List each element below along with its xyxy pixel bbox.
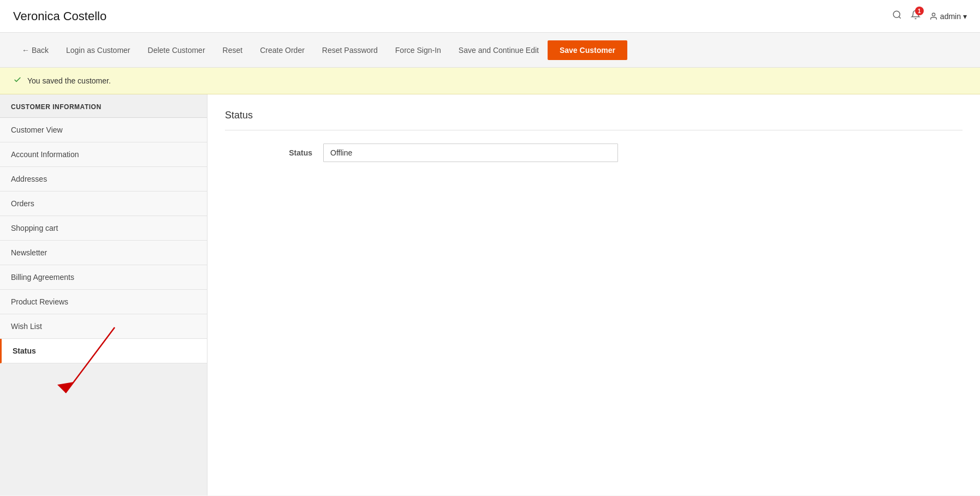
- svg-point-2: [932, 13, 935, 16]
- main-content: CUSTOMER INFORMATION Customer View Accou…: [0, 94, 980, 495]
- content-section-title: Status: [225, 110, 963, 130]
- toolbar: ← Back Login as Customer Delete Customer…: [0, 33, 980, 68]
- sidebar-item-label: Addresses: [11, 175, 47, 183]
- notifications-icon[interactable]: 1: [911, 10, 920, 22]
- admin-label: admin: [940, 12, 961, 21]
- status-value: Offline: [323, 144, 618, 162]
- login-as-customer-button[interactable]: Login as Customer: [57, 41, 139, 59]
- sidebar-item-status[interactable]: Status: [0, 339, 207, 363]
- sidebar-item-customer-view[interactable]: Customer View: [0, 118, 207, 142]
- check-icon: [13, 75, 22, 86]
- sidebar-item-label: Shopping cart: [11, 224, 58, 232]
- sidebar-item-label: Orders: [11, 199, 34, 208]
- notification-count: 1: [915, 7, 924, 15]
- svg-line-1: [899, 16, 900, 18]
- sidebar-item-orders[interactable]: Orders: [0, 192, 207, 216]
- reset-button[interactable]: Reset: [214, 41, 252, 59]
- save-continue-button[interactable]: Save and Continue Edit: [450, 41, 548, 59]
- content-area: Status Status Offline: [207, 94, 980, 495]
- svg-point-0: [893, 11, 900, 17]
- delete-customer-button[interactable]: Delete Customer: [139, 41, 214, 59]
- sidebar-item-shopping-cart[interactable]: Shopping cart: [0, 216, 207, 241]
- search-icon[interactable]: [892, 10, 902, 22]
- chevron-down-icon: ▾: [963, 12, 967, 21]
- reset-password-button[interactable]: Reset Password: [313, 41, 387, 59]
- sidebar: CUSTOMER INFORMATION Customer View Accou…: [0, 94, 207, 495]
- force-sign-in-button[interactable]: Force Sign-In: [387, 41, 450, 59]
- sidebar-item-product-reviews[interactable]: Product Reviews: [0, 290, 207, 314]
- sidebar-item-wish-list[interactable]: Wish List: [0, 314, 207, 339]
- admin-user-menu[interactable]: admin ▾: [929, 12, 967, 21]
- top-header: Veronica Costello 1 admin ▾: [0, 0, 980, 33]
- sidebar-section-header: CUSTOMER INFORMATION: [0, 94, 207, 118]
- back-button[interactable]: ← Back: [13, 41, 57, 59]
- notification-message: You saved the customer.: [27, 76, 111, 85]
- sidebar-item-label: Newsletter: [11, 248, 47, 257]
- status-label: Status: [225, 148, 312, 157]
- sidebar-item-label: Wish List: [11, 322, 42, 331]
- sidebar-item-label: Customer View: [11, 126, 63, 134]
- sidebar-item-label: Status: [13, 346, 36, 355]
- save-customer-button[interactable]: Save Customer: [548, 40, 627, 60]
- sidebar-item-newsletter[interactable]: Newsletter: [0, 241, 207, 265]
- sidebar-item-billing-agreements[interactable]: Billing Agreements: [0, 265, 207, 290]
- sidebar-item-account-information[interactable]: Account Information: [0, 142, 207, 167]
- sidebar-item-label: Product Reviews: [11, 297, 68, 306]
- sidebar-item-label: Account Information: [11, 150, 79, 159]
- status-form-row: Status Offline: [225, 144, 963, 162]
- sidebar-item-addresses[interactable]: Addresses: [0, 167, 207, 192]
- sidebar-item-label: Billing Agreements: [11, 273, 74, 282]
- svg-marker-4: [57, 382, 74, 393]
- success-notification: You saved the customer.: [0, 68, 980, 94]
- header-icons: 1 admin ▾: [892, 10, 967, 22]
- create-order-button[interactable]: Create Order: [251, 41, 313, 59]
- page-title: Veronica Costello: [13, 9, 106, 23]
